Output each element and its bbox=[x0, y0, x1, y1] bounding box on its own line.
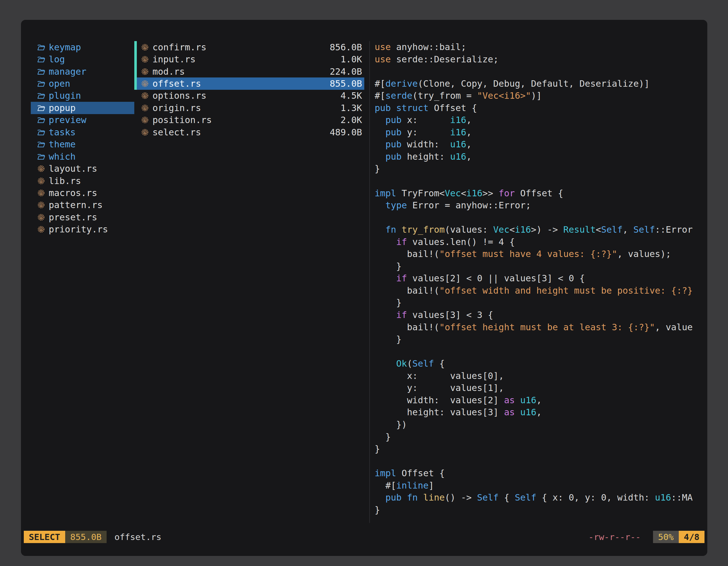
sidebar-file-lib-rs[interactable]: Rlib.rs bbox=[31, 175, 134, 187]
file-name: mod.rs bbox=[152, 66, 185, 77]
sidebar-dir-preview[interactable]: preview bbox=[31, 114, 134, 126]
folder-icon bbox=[37, 152, 46, 161]
file-row-select-rs[interactable]: Rselect.rs489.0B bbox=[134, 126, 364, 138]
code-line: #[derive(Clone, Copy, Debug, Default, De… bbox=[375, 78, 706, 90]
file-row-origin-rs[interactable]: Rorigin.rs1.3K bbox=[134, 102, 364, 114]
sidebar-item-label: layout.rs bbox=[49, 163, 97, 174]
code-line: } bbox=[375, 443, 706, 455]
selection-mark-bar bbox=[134, 65, 137, 78]
rust-file-icon: R bbox=[37, 164, 46, 173]
svg-text:R: R bbox=[144, 131, 146, 135]
status-filename: offset.rs bbox=[114, 532, 161, 542]
folder-icon bbox=[37, 55, 46, 64]
code-line: fn try_from(values: Vec<i16>) -> Result<… bbox=[375, 224, 706, 236]
sidebar-file-layout-rs[interactable]: Rlayout.rs bbox=[31, 163, 134, 175]
parent-directory-list: keymaplogmanageropenpluginpopuppreviewta… bbox=[21, 41, 134, 523]
folder-icon bbox=[37, 140, 46, 149]
file-size: 489.0B bbox=[330, 127, 364, 138]
sidebar-dir-popup[interactable]: popup bbox=[31, 102, 134, 114]
file-size-badge: 855.0B bbox=[65, 531, 107, 543]
code-line: if values.len() != 4 { bbox=[375, 236, 706, 248]
svg-text:R: R bbox=[144, 58, 146, 62]
svg-text:R: R bbox=[40, 204, 42, 207]
mode-badge: SELECT bbox=[24, 531, 65, 543]
folder-icon bbox=[37, 103, 46, 113]
code-line: } bbox=[375, 333, 706, 346]
sidebar-dir-log[interactable]: log bbox=[31, 53, 134, 65]
file-row-mod-rs[interactable]: Rmod.rs224.0B bbox=[134, 65, 364, 78]
status-bar: SELECT 855.0B offset.rs -rw-r--r-- 50% 4… bbox=[24, 530, 704, 544]
svg-text:R: R bbox=[144, 119, 146, 122]
code-line: if values[2] < 0 || values[3] < 0 { bbox=[375, 273, 706, 285]
file-row-input-rs[interactable]: Rinput.rs1.0K bbox=[134, 53, 364, 65]
sidebar-item-label: macros.rs bbox=[49, 188, 97, 198]
file-size: 855.0B bbox=[330, 78, 364, 89]
sidebar-file-priority-rs[interactable]: Rpriority.rs bbox=[31, 224, 134, 236]
svg-text:R: R bbox=[144, 82, 146, 86]
file-row-offset-rs[interactable]: Roffset.rs855.0B bbox=[134, 78, 364, 90]
code-line: y: values[1], bbox=[375, 382, 706, 394]
file-row-options-rs[interactable]: Roptions.rs4.5K bbox=[134, 90, 364, 102]
sidebar-item-label: plugin bbox=[49, 90, 81, 101]
sidebar-dir-manager[interactable]: manager bbox=[31, 65, 134, 78]
file-name: options.rs bbox=[152, 90, 206, 101]
selection-mark-bar bbox=[134, 126, 137, 138]
sidebar-item-label: popup bbox=[49, 103, 76, 113]
file-row-confirm-rs[interactable]: Rconfirm.rs856.0B bbox=[134, 41, 364, 53]
code-line: #[inline] bbox=[375, 480, 706, 492]
sidebar-dir-theme[interactable]: theme bbox=[31, 139, 134, 151]
file-size: 4.5K bbox=[340, 90, 364, 101]
file-name: origin.rs bbox=[152, 103, 201, 113]
sidebar-dir-tasks[interactable]: tasks bbox=[31, 126, 134, 138]
code-line: if values[3] < 3 { bbox=[375, 309, 706, 321]
file-permissions: -rw-r--r-- bbox=[588, 532, 641, 542]
selection-mark-bar bbox=[134, 102, 137, 114]
terminal-window: keymaplogmanageropenpluginpopuppreviewta… bbox=[21, 20, 707, 556]
svg-text:R: R bbox=[144, 107, 146, 110]
folder-icon bbox=[37, 43, 46, 52]
code-line: use serde::Deserialize; bbox=[375, 53, 706, 66]
file-size: 856.0B bbox=[330, 42, 364, 53]
svg-text:R: R bbox=[40, 216, 42, 220]
code-line: } bbox=[375, 431, 706, 443]
rust-file-icon: R bbox=[140, 43, 149, 52]
rust-file-icon: R bbox=[140, 55, 149, 64]
code-line: } bbox=[375, 504, 706, 516]
svg-text:R: R bbox=[40, 167, 42, 171]
rust-file-icon: R bbox=[140, 128, 149, 137]
svg-text:R: R bbox=[40, 192, 42, 195]
sidebar-item-label: preset.rs bbox=[49, 212, 97, 223]
file-name: position.rs bbox=[152, 115, 212, 125]
code-line: pub y: i16, bbox=[375, 126, 706, 139]
sidebar-item-label: pattern.rs bbox=[49, 200, 103, 210]
folder-icon bbox=[37, 115, 46, 125]
sidebar-item-label: theme bbox=[49, 139, 76, 150]
code-line: } bbox=[375, 261, 706, 273]
sidebar-dir-plugin[interactable]: plugin bbox=[31, 90, 134, 102]
code-line: bail!("offset must have 4 values: {:?}",… bbox=[375, 248, 706, 261]
selection-mark-bar bbox=[134, 53, 137, 65]
sidebar-dir-open[interactable]: open bbox=[31, 78, 134, 90]
selection-mark-bar bbox=[134, 41, 137, 53]
file-name: offset.rs bbox=[152, 78, 201, 89]
sidebar-dir-keymap[interactable]: keymap bbox=[31, 41, 134, 53]
code-line: type Error = anyhow::Error; bbox=[375, 200, 706, 212]
folder-icon bbox=[37, 67, 46, 76]
sidebar-file-preset-rs[interactable]: Rpreset.rs bbox=[31, 211, 134, 223]
file-size: 1.0K bbox=[340, 54, 364, 65]
folder-icon bbox=[37, 79, 46, 88]
sidebar-item-label: manager bbox=[49, 66, 86, 77]
code-line: impl TryFrom<Vec<i16>> for Offset { bbox=[375, 187, 706, 200]
sidebar-item-label: tasks bbox=[49, 127, 76, 138]
sidebar-dir-which[interactable]: which bbox=[31, 151, 134, 163]
rust-file-icon: R bbox=[37, 200, 46, 210]
file-manager-panes: keymaplogmanageropenpluginpopuppreviewta… bbox=[21, 41, 707, 523]
code-line: height: values[3] as u16, bbox=[375, 406, 706, 419]
file-row-position-rs[interactable]: Rposition.rs2.0K bbox=[134, 114, 364, 126]
rust-file-icon: R bbox=[37, 225, 46, 234]
sidebar-file-pattern-rs[interactable]: Rpattern.rs bbox=[31, 199, 134, 211]
file-name: input.rs bbox=[152, 54, 196, 65]
sidebar-item-label: log bbox=[49, 54, 65, 65]
sidebar-file-macros-rs[interactable]: Rmacros.rs bbox=[31, 187, 134, 199]
rust-file-icon: R bbox=[140, 91, 149, 100]
